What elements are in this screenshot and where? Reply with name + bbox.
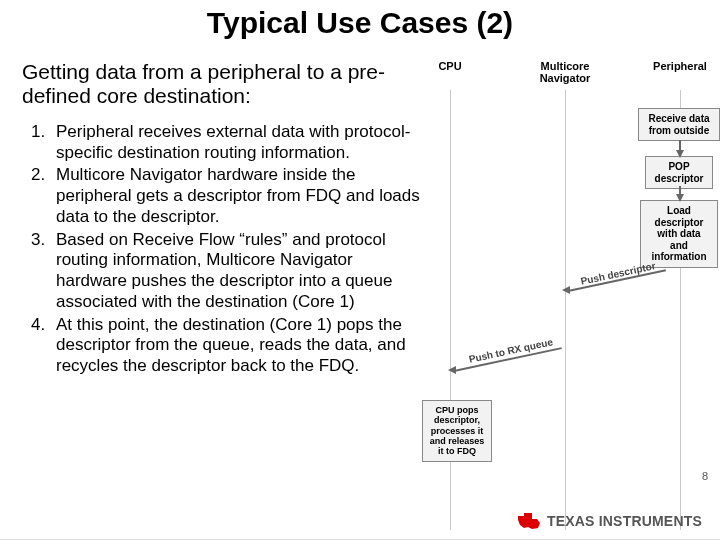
step-box-pop: POP descriptor (645, 156, 713, 189)
list-item: At this point, the destination (Core 1) … (50, 315, 422, 377)
subtitle: Getting data from a peripheral to a pre-… (22, 60, 417, 108)
step-box-load: Load descriptor with data and informatio… (640, 200, 718, 268)
list-item: Peripheral receives external data with p… (50, 122, 422, 163)
step-box-cpu-pop: CPU pops descriptor, processes it and re… (422, 400, 492, 462)
page-title: Typical Use Cases (2) (0, 6, 720, 40)
arrow-down-icon (676, 150, 684, 158)
arrow-down-icon (676, 194, 684, 202)
lane-label-periph: Peripheral (650, 60, 710, 72)
lane-line (565, 90, 566, 530)
list-item: Multicore Navigator hardware inside the … (50, 165, 422, 227)
arrow-left-icon (562, 286, 570, 294)
ti-logo-icon (517, 512, 541, 530)
sequence-diagram: CPU Multicore Navigator Peripheral Recei… (430, 60, 714, 500)
arrow-left-icon (448, 366, 456, 374)
page-number: 8 (702, 470, 708, 482)
logo: TEXAS INSTRUMENTS (517, 512, 702, 530)
list-item: Based on Receive Flow “rules” and protoc… (50, 230, 422, 313)
lane-line (450, 90, 451, 530)
step-box-receive: Receive data from outside (638, 108, 720, 141)
overlay-mask (0, 460, 350, 500)
lane-label-nav: Multicore Navigator (530, 60, 600, 84)
logo-text: TEXAS INSTRUMENTS (547, 513, 702, 529)
slide: Typical Use Cases (2) Getting data from … (0, 0, 720, 540)
lane-label-cpu: CPU (430, 60, 470, 72)
numbered-list: Peripheral receives external data with p… (22, 122, 422, 379)
